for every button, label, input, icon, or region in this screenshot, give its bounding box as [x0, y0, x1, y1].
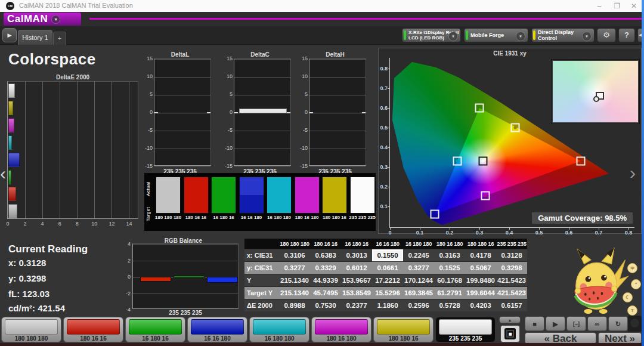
table-cell[interactable]: 153.9667: [341, 274, 372, 286]
table-cell[interactable]: 0.5728: [434, 299, 465, 311]
table-cell[interactable]: 0.0661: [372, 262, 403, 274]
back-button[interactable]: « Back: [525, 332, 596, 344]
play-icon[interactable]: ▶: [546, 316, 565, 331]
table-cell[interactable]: 421.5423: [496, 287, 527, 299]
table-cell[interactable]: 17.2212: [372, 274, 403, 286]
prev-page-chevron[interactable]: ‹: [0, 165, 6, 183]
table-cell[interactable]: 44.9339: [310, 274, 341, 286]
stop-icon[interactable]: ■: [525, 316, 544, 331]
next-button[interactable]: Next »: [598, 332, 642, 344]
next-page-chevron[interactable]: ›: [630, 164, 636, 182]
close-button[interactable]: ✕: [626, 1, 642, 11]
tick: [388, 147, 390, 148]
cie-1931-panel: CIE 1931 xy Gamut Coverage: 98.5% 00.10.…: [378, 48, 642, 234]
table-cell[interactable]: 0.6157: [496, 299, 527, 311]
table-cell[interactable]: 199.8480: [465, 274, 496, 286]
table-cell[interactable]: 60.1768: [434, 274, 465, 286]
patch-tile-180-16-16[interactable]: 180 16 16: [63, 317, 123, 342]
patch-tile-180-180-16[interactable]: 180 180 16: [373, 317, 434, 342]
table-cell[interactable]: 15.5296: [372, 287, 403, 299]
add-tab-button[interactable]: +: [53, 32, 66, 45]
meter-dropdown[interactable]: X-Rite i1Display Retail LCD (LED RGB) ▼: [402, 28, 461, 42]
tick: [628, 227, 629, 230]
table-cell[interactable]: 0.6012: [341, 262, 372, 274]
step-icon[interactable]: [–]: [566, 316, 586, 331]
tick: [539, 227, 540, 230]
table-cell[interactable]: 0.3106: [279, 249, 310, 261]
row-label: x: CIE31: [244, 249, 279, 261]
stop-pattern-button[interactable]: ■: [500, 325, 520, 342]
target-row-label: Target: [145, 202, 153, 227]
table-cell[interactable]: 0.3163: [434, 249, 465, 261]
patch-tile-16-16-180[interactable]: 16 16 180: [187, 317, 247, 342]
table-cell[interactable]: 0.3298: [496, 262, 527, 274]
display-control-dropdown[interactable]: Direct Display Control ▼: [531, 28, 595, 42]
tile-swatch: [191, 319, 244, 335]
table-cell[interactable]: 0.2377: [341, 299, 372, 311]
table-cell[interactable]: 0.2596: [403, 299, 434, 311]
patch-tile-235-235-235[interactable]: 235 235 235: [435, 317, 496, 342]
patch-tile-16-180-180[interactable]: 16 180 180: [249, 317, 309, 342]
table-cell[interactable]: 169.3845: [403, 287, 434, 299]
table-cell[interactable]: 45.7495: [310, 287, 341, 299]
restore-button[interactable]: ❐: [609, 1, 625, 11]
nav-arrow-button[interactable]: ▶: [2, 28, 17, 42]
patch-tile-16-180-16[interactable]: 16 180 16: [125, 317, 185, 342]
table-cell[interactable]: 0.5067: [465, 262, 496, 274]
gridline: [154, 95, 210, 95]
table-cell[interactable]: 421.5423: [496, 274, 527, 286]
gamut-coverage-badge: Gamut Coverage: 98.5%: [532, 212, 633, 224]
table-cell[interactable]: 215.1340: [279, 287, 310, 299]
table-cell[interactable]: 0.3329: [310, 262, 341, 274]
coin-icon[interactable]: ”: [631, 279, 641, 289]
table-cell[interactable]: 0.4178: [465, 249, 496, 261]
rgb-bar-red: [140, 277, 171, 282]
table-cell[interactable]: 0.3277: [403, 262, 434, 274]
table-cell[interactable]: 0.6383: [310, 249, 341, 261]
deltae-bar-180 180 180: [8, 204, 17, 218]
coin-icon[interactable]: T: [627, 305, 637, 316]
table-cell[interactable]: 61.2791: [434, 287, 465, 299]
table-cell[interactable]: 0.3013: [341, 249, 372, 261]
help-icon[interactable]: ?: [618, 28, 635, 42]
gridline: [309, 131, 366, 131]
swatch-180-180-180: 180 180 180: [154, 177, 182, 220]
table-cell[interactable]: 0.3128: [496, 249, 527, 261]
table-cell[interactable]: 170.1244: [403, 274, 434, 286]
table-cell[interactable]: 0.8988: [279, 299, 310, 311]
source-dropdown[interactable]: Mobile Forge ▼: [464, 28, 528, 42]
patch-tile-180-180-180[interactable]: 180 180 180: [1, 317, 61, 342]
table-cell[interactable]: 0.1525: [434, 262, 465, 274]
column-header: 16 180 16: [341, 239, 372, 249]
table-cell[interactable]: 0.1550: [372, 249, 403, 261]
x-tick-label: 0.1: [416, 230, 424, 236]
deltae-bar-180 16 180: [8, 118, 14, 132]
tick: [388, 187, 390, 187]
y-tick-label: -10: [297, 145, 308, 151]
tile-label: 180 16 180: [312, 335, 371, 342]
table-cell[interactable]: 0.7530: [310, 299, 341, 311]
deltal-chart: DeltaL151050-5-10-15235 235 235: [145, 51, 215, 178]
continuous-icon[interactable]: ∞: [587, 316, 607, 331]
swatch-label: 180 16 16: [182, 215, 210, 220]
loop-icon[interactable]: ↻: [608, 316, 628, 331]
patch-tile-180-16-180[interactable]: 180 16 180: [311, 317, 371, 342]
tab-history-1[interactable]: History 1: [18, 30, 52, 45]
collapse-strip-button[interactable]: ▲: [499, 316, 521, 323]
swatch-color: [267, 177, 292, 214]
table-cell[interactable]: 0.3277: [279, 262, 310, 274]
table-cell[interactable]: 1.1860: [372, 299, 403, 311]
gear-icon[interactable]: ⚙: [597, 28, 616, 42]
gamut-coverage-value: 98.5%: [605, 214, 627, 223]
table-cell[interactable]: 0.4203: [465, 299, 496, 311]
calman-logo-menu[interactable]: CalMAN ▼: [4, 13, 81, 26]
table-cell[interactable]: 0.2245: [403, 249, 434, 261]
minimize-button[interactable]: –: [592, 1, 607, 11]
tile-swatch: [5, 319, 58, 335]
table-cell[interactable]: 153.8549: [341, 287, 372, 299]
coin-icon[interactable]: ☾: [623, 292, 633, 302]
table-cell[interactable]: 199.6044: [465, 287, 496, 299]
coin-icon[interactable]: Φ: [627, 263, 637, 273]
table-cell[interactable]: 215.1340: [279, 274, 310, 286]
y-tick-label: -10: [142, 145, 153, 151]
